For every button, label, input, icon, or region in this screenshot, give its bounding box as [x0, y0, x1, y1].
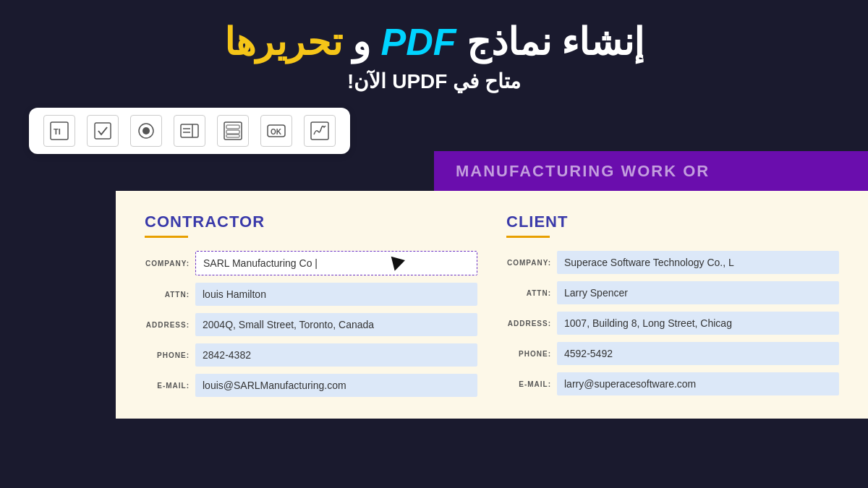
text-field-icon[interactable]: TI: [43, 115, 75, 147]
contractor-address-input[interactable]: [195, 313, 477, 336]
contractor-attn-row: ATTN:: [145, 283, 477, 306]
checkbox-icon[interactable]: [87, 115, 119, 147]
purple-header-text: MANUFACTURING WORK OR: [456, 162, 710, 181]
header-subtitle: متاح في UPDF الآن!: [14, 69, 854, 93]
client-attn-label: ATTN:: [506, 289, 551, 297]
client-phone-label: PHONE:: [506, 350, 551, 358]
contractor-company-row: COMPANY:: [145, 251, 477, 275]
client-company-input[interactable]: [557, 251, 839, 274]
button-icon[interactable]: OK: [260, 115, 292, 147]
contractor-column: CONTRACTOR COMPANY: ATTN: ADDRESS: PHONE…: [145, 213, 492, 397]
svg-rect-10: [226, 125, 239, 129]
contractor-attn-label: ATTN:: [145, 291, 190, 299]
client-underline: [506, 236, 550, 238]
contractor-email-input[interactable]: [195, 374, 477, 397]
client-company-row: COMPANY:: [506, 251, 839, 274]
list-icon[interactable]: [217, 115, 249, 147]
svg-point-4: [142, 127, 150, 134]
document-wrapper: MANUFACTURING WORK OR CONTRACTOR COMPANY…: [0, 151, 868, 419]
svg-rect-11: [226, 130, 239, 134]
contractor-phone-row: PHONE:: [145, 343, 477, 367]
svg-rect-15: [311, 122, 328, 140]
svg-rect-12: [226, 134, 239, 137]
contractor-address-row: ADDRESS:: [145, 313, 477, 336]
title-part2: PDF: [381, 21, 456, 63]
client-address-row: ADDRESS:: [506, 312, 839, 335]
client-address-input[interactable]: [557, 312, 839, 335]
client-email-row: E-MAIL:: [506, 372, 839, 395]
client-email-input[interactable]: [557, 372, 839, 395]
title-part4: تحريرها: [224, 21, 342, 63]
purple-header-band: MANUFACTURING WORK OR: [434, 151, 868, 191]
contractor-address-label: ADDRESS:: [145, 321, 190, 329]
contractor-underline: [145, 236, 188, 238]
client-attn-input[interactable]: [557, 281, 839, 304]
client-attn-row: ATTN:: [506, 281, 839, 304]
client-phone-row: PHONE:: [506, 342, 839, 365]
contractor-phone-label: PHONE:: [145, 351, 190, 359]
contractor-email-row: E-MAIL:: [145, 374, 477, 397]
toolbar: TI: [29, 108, 350, 154]
contractor-company-label: COMPANY:: [145, 260, 190, 267]
header-title: إنشاء نماذج PDF و تحريرها: [14, 20, 854, 64]
client-company-label: COMPANY:: [506, 259, 551, 267]
radio-icon[interactable]: [130, 115, 162, 147]
header: إنشاء نماذج PDF و تحريرها متاح في UPDF ا…: [0, 0, 868, 108]
title-part3: و: [352, 21, 370, 63]
contractor-company-input[interactable]: [195, 251, 477, 275]
contractor-phone-input[interactable]: [195, 343, 477, 367]
client-address-label: ADDRESS:: [506, 320, 551, 328]
combo-icon[interactable]: [174, 115, 205, 147]
client-phone-input[interactable]: [557, 342, 839, 365]
signature-icon[interactable]: [304, 115, 336, 147]
contractor-attn-input[interactable]: [195, 283, 477, 306]
document-body: CONTRACTOR COMPANY: ATTN: ADDRESS: PHONE…: [116, 191, 868, 419]
contractor-email-label: E-MAIL:: [145, 382, 190, 390]
svg-rect-5: [181, 124, 198, 137]
svg-rect-2: [95, 123, 111, 139]
client-column: CLIENT COMPANY: ATTN: ADDRESS: PHONE:: [492, 213, 839, 397]
title-part1: إنشاء نماذج: [467, 21, 644, 63]
contractor-title: CONTRACTOR: [145, 213, 477, 231]
svg-text:TI: TI: [54, 127, 61, 136]
svg-text:OK: OK: [271, 128, 282, 136]
content-area: TI: [0, 108, 868, 419]
client-email-label: E-MAIL:: [506, 380, 551, 388]
client-title: CLIENT: [506, 213, 839, 231]
